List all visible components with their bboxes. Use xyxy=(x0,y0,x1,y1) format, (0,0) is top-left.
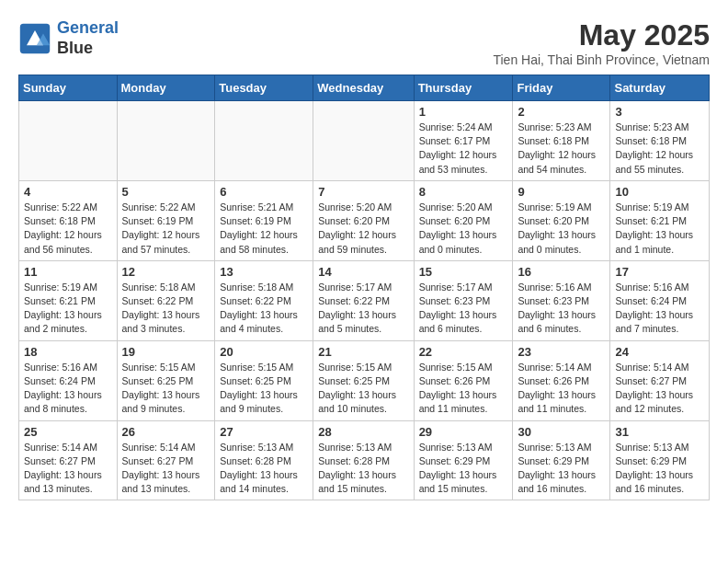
day-info: Sunrise: 5:18 AM Sunset: 6:22 PM Dayligh… xyxy=(122,281,210,337)
day-info: Sunrise: 5:22 AM Sunset: 6:19 PM Dayligh… xyxy=(122,201,210,257)
calendar-cell: 25Sunrise: 5:14 AM Sunset: 6:27 PM Dayli… xyxy=(19,420,118,500)
day-number: 5 xyxy=(122,185,210,199)
day-info: Sunrise: 5:19 AM Sunset: 6:20 PM Dayligh… xyxy=(518,201,605,257)
logo-text: General Blue xyxy=(57,18,119,58)
calendar-cell xyxy=(313,101,414,181)
day-number: 23 xyxy=(518,345,605,359)
day-number: 12 xyxy=(122,265,210,279)
calendar-cell: 24Sunrise: 5:14 AM Sunset: 6:27 PM Dayli… xyxy=(610,340,710,420)
weekday-header-monday: Monday xyxy=(117,75,215,101)
calendar-cell xyxy=(19,101,118,181)
calendar-cell: 12Sunrise: 5:18 AM Sunset: 6:22 PM Dayli… xyxy=(117,260,215,340)
day-number: 9 xyxy=(518,185,605,199)
calendar-table: SundayMondayTuesdayWednesdayThursdayFrid… xyxy=(18,75,710,500)
week-row-5: 25Sunrise: 5:14 AM Sunset: 6:27 PM Dayli… xyxy=(19,420,710,500)
week-row-2: 4Sunrise: 5:22 AM Sunset: 6:18 PM Daylig… xyxy=(19,180,710,260)
calendar-cell: 23Sunrise: 5:14 AM Sunset: 6:26 PM Dayli… xyxy=(513,340,610,420)
calendar-cell: 11Sunrise: 5:19 AM Sunset: 6:21 PM Dayli… xyxy=(19,260,118,340)
calendar-cell xyxy=(117,101,215,181)
calendar-cell: 5Sunrise: 5:22 AM Sunset: 6:19 PM Daylig… xyxy=(117,180,215,260)
day-number: 30 xyxy=(518,425,605,439)
day-number: 31 xyxy=(615,425,704,439)
calendar-cell: 9Sunrise: 5:19 AM Sunset: 6:20 PM Daylig… xyxy=(513,180,610,260)
weekday-row: SundayMondayTuesdayWednesdayThursdayFrid… xyxy=(19,75,710,101)
day-info: Sunrise: 5:14 AM Sunset: 6:26 PM Dayligh… xyxy=(518,361,605,417)
day-number: 29 xyxy=(419,425,508,439)
calendar-cell: 14Sunrise: 5:17 AM Sunset: 6:22 PM Dayli… xyxy=(313,260,414,340)
day-info: Sunrise: 5:15 AM Sunset: 6:25 PM Dayligh… xyxy=(122,361,210,417)
day-number: 24 xyxy=(615,345,704,359)
day-info: Sunrise: 5:20 AM Sunset: 6:20 PM Dayligh… xyxy=(318,201,408,257)
calendar-cell: 31Sunrise: 5:13 AM Sunset: 6:29 PM Dayli… xyxy=(610,420,710,500)
day-info: Sunrise: 5:14 AM Sunset: 6:27 PM Dayligh… xyxy=(122,441,210,497)
month-title: May 2025 xyxy=(493,18,710,52)
calendar-cell: 17Sunrise: 5:16 AM Sunset: 6:24 PM Dayli… xyxy=(610,260,710,340)
day-info: Sunrise: 5:15 AM Sunset: 6:25 PM Dayligh… xyxy=(318,361,408,417)
day-info: Sunrise: 5:22 AM Sunset: 6:18 PM Dayligh… xyxy=(24,201,112,257)
day-info: Sunrise: 5:19 AM Sunset: 6:21 PM Dayligh… xyxy=(24,281,112,337)
calendar-cell: 2Sunrise: 5:23 AM Sunset: 6:18 PM Daylig… xyxy=(513,101,610,181)
day-info: Sunrise: 5:13 AM Sunset: 6:28 PM Dayligh… xyxy=(318,441,408,497)
day-number: 16 xyxy=(518,265,605,279)
calendar-cell: 29Sunrise: 5:13 AM Sunset: 6:29 PM Dayli… xyxy=(414,420,513,500)
day-info: Sunrise: 5:23 AM Sunset: 6:18 PM Dayligh… xyxy=(518,121,605,177)
calendar-header: SundayMondayTuesdayWednesdayThursdayFrid… xyxy=(19,75,710,101)
day-info: Sunrise: 5:13 AM Sunset: 6:29 PM Dayligh… xyxy=(419,441,508,497)
day-info: Sunrise: 5:16 AM Sunset: 6:24 PM Dayligh… xyxy=(24,361,112,417)
day-info: Sunrise: 5:14 AM Sunset: 6:27 PM Dayligh… xyxy=(615,361,704,417)
calendar-cell: 21Sunrise: 5:15 AM Sunset: 6:25 PM Dayli… xyxy=(313,340,414,420)
calendar-cell: 7Sunrise: 5:20 AM Sunset: 6:20 PM Daylig… xyxy=(313,180,414,260)
day-info: Sunrise: 5:13 AM Sunset: 6:28 PM Dayligh… xyxy=(220,441,308,497)
day-number: 20 xyxy=(220,345,308,359)
day-info: Sunrise: 5:13 AM Sunset: 6:29 PM Dayligh… xyxy=(615,441,704,497)
day-number: 28 xyxy=(318,425,408,439)
day-number: 13 xyxy=(220,265,308,279)
calendar-cell: 10Sunrise: 5:19 AM Sunset: 6:21 PM Dayli… xyxy=(610,180,710,260)
page-header: General Blue May 2025 Tien Hai, Thai Bin… xyxy=(18,18,710,67)
day-info: Sunrise: 5:23 AM Sunset: 6:18 PM Dayligh… xyxy=(615,121,704,177)
day-number: 15 xyxy=(419,265,508,279)
day-number: 17 xyxy=(615,265,704,279)
calendar-cell: 20Sunrise: 5:15 AM Sunset: 6:25 PM Dayli… xyxy=(215,340,313,420)
day-number: 2 xyxy=(518,105,605,119)
day-number: 3 xyxy=(615,105,704,119)
calendar-cell: 18Sunrise: 5:16 AM Sunset: 6:24 PM Dayli… xyxy=(19,340,118,420)
weekday-header-thursday: Thursday xyxy=(414,75,513,101)
day-info: Sunrise: 5:21 AM Sunset: 6:19 PM Dayligh… xyxy=(220,201,308,257)
week-row-1: 1Sunrise: 5:24 AM Sunset: 6:17 PM Daylig… xyxy=(19,101,710,181)
logo-icon xyxy=(18,22,51,55)
location: Tien Hai, Thai Binh Province, Vietnam xyxy=(493,52,710,67)
calendar-cell: 19Sunrise: 5:15 AM Sunset: 6:25 PM Dayli… xyxy=(117,340,215,420)
day-number: 4 xyxy=(24,185,112,199)
calendar-cell: 3Sunrise: 5:23 AM Sunset: 6:18 PM Daylig… xyxy=(610,101,710,181)
weekday-header-sunday: Sunday xyxy=(19,75,118,101)
day-info: Sunrise: 5:20 AM Sunset: 6:20 PM Dayligh… xyxy=(419,201,508,257)
day-number: 19 xyxy=(122,345,210,359)
logo: General Blue xyxy=(18,18,119,58)
day-number: 8 xyxy=(419,185,508,199)
calendar-cell: 4Sunrise: 5:22 AM Sunset: 6:18 PM Daylig… xyxy=(19,180,118,260)
day-number: 1 xyxy=(419,105,508,119)
day-number: 25 xyxy=(24,425,112,439)
calendar-cell: 26Sunrise: 5:14 AM Sunset: 6:27 PM Dayli… xyxy=(117,420,215,500)
day-number: 6 xyxy=(220,185,308,199)
calendar-cell: 16Sunrise: 5:16 AM Sunset: 6:23 PM Dayli… xyxy=(513,260,610,340)
calendar-cell: 13Sunrise: 5:18 AM Sunset: 6:22 PM Dayli… xyxy=(215,260,313,340)
weekday-header-saturday: Saturday xyxy=(610,75,710,101)
day-info: Sunrise: 5:19 AM Sunset: 6:21 PM Dayligh… xyxy=(615,201,704,257)
calendar-cell: 22Sunrise: 5:15 AM Sunset: 6:26 PM Dayli… xyxy=(414,340,513,420)
calendar-cell: 1Sunrise: 5:24 AM Sunset: 6:17 PM Daylig… xyxy=(414,101,513,181)
weekday-header-tuesday: Tuesday xyxy=(215,75,313,101)
day-info: Sunrise: 5:15 AM Sunset: 6:25 PM Dayligh… xyxy=(220,361,308,417)
week-row-3: 11Sunrise: 5:19 AM Sunset: 6:21 PM Dayli… xyxy=(19,260,710,340)
calendar-cell: 27Sunrise: 5:13 AM Sunset: 6:28 PM Dayli… xyxy=(215,420,313,500)
calendar-body: 1Sunrise: 5:24 AM Sunset: 6:17 PM Daylig… xyxy=(19,101,710,500)
calendar-cell: 28Sunrise: 5:13 AM Sunset: 6:28 PM Dayli… xyxy=(313,420,414,500)
day-number: 21 xyxy=(318,345,408,359)
day-number: 10 xyxy=(615,185,704,199)
calendar-cell: 30Sunrise: 5:13 AM Sunset: 6:29 PM Dayli… xyxy=(513,420,610,500)
week-row-4: 18Sunrise: 5:16 AM Sunset: 6:24 PM Dayli… xyxy=(19,340,710,420)
title-block: May 2025 Tien Hai, Thai Binh Province, V… xyxy=(493,18,710,67)
day-info: Sunrise: 5:13 AM Sunset: 6:29 PM Dayligh… xyxy=(518,441,605,497)
calendar-cell: 8Sunrise: 5:20 AM Sunset: 6:20 PM Daylig… xyxy=(414,180,513,260)
